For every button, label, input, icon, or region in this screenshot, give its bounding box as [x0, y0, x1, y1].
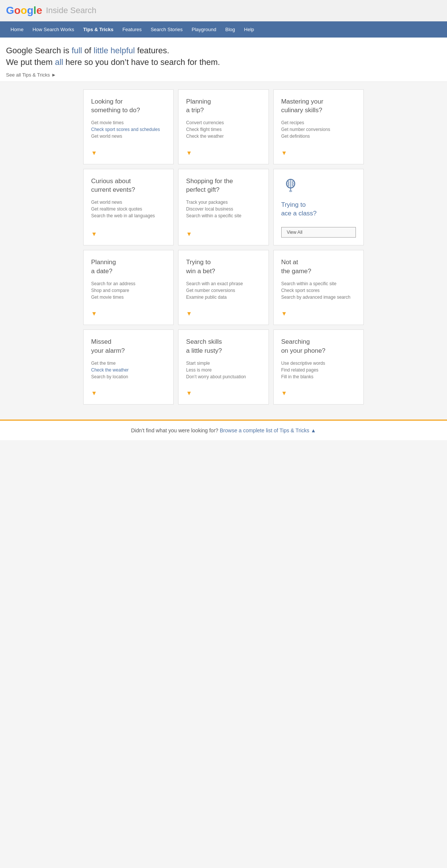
card-searching-phone[interactable]: Searchingon your phone?Use descriptive w…: [273, 329, 364, 405]
card-links: Get world newsGet realtime stock quotesS…: [91, 200, 166, 226]
card-link[interactable]: Get movie times: [91, 295, 166, 300]
card-link[interactable]: Check the weather: [91, 367, 166, 373]
card-link[interactable]: Fill in the blanks: [281, 374, 356, 379]
card-expand-arrow[interactable]: ▼: [186, 390, 261, 397]
card-link[interactable]: Search the web in all languages: [91, 213, 166, 218]
card-win-bet[interactable]: Trying towin a bet?Search with an exact …: [178, 250, 268, 325]
card-link[interactable]: Check the weather: [186, 134, 261, 139]
card-link[interactable]: Examine public data: [186, 295, 261, 300]
card-links: Get recipesGet number conversionsGet def…: [281, 120, 356, 145]
card-links: Track your packagesDiscover local busine…: [186, 200, 261, 226]
card-link[interactable]: Use descriptive words: [281, 361, 356, 366]
card-expand-arrow[interactable]: ▼: [91, 150, 166, 156]
card-links: Get movie timesCheck sport scores and sc…: [91, 120, 166, 145]
card-link[interactable]: Check sport scores: [281, 288, 356, 293]
card-title: Curious aboutcurrent events?: [91, 177, 166, 195]
card-expand-arrow[interactable]: ▼: [281, 150, 356, 156]
card-planning-date[interactable]: Planninga date?Search for an addressShop…: [83, 250, 174, 325]
card-link[interactable]: Search within a specific site: [281, 281, 356, 286]
card-current-events[interactable]: Curious aboutcurrent events?Get world ne…: [83, 169, 174, 246]
card-link[interactable]: Shop and compare: [91, 288, 166, 293]
nav-features[interactable]: Features: [118, 21, 146, 38]
footer-bar: Didn’t find what you were looking for? B…: [0, 420, 447, 440]
brain-icon: [281, 177, 356, 197]
footer-link[interactable]: Browse a complete list of Tips & Tricks …: [220, 427, 316, 433]
card-title: Search skillsa little rusty?: [186, 337, 261, 355]
card-title: Searchingon your phone?: [281, 337, 356, 355]
card-title: Missedyour alarm?: [91, 337, 166, 355]
card-title: Looking forsomething to do?: [91, 97, 166, 115]
card-title: Planninga trip?: [186, 97, 261, 115]
nav-playground[interactable]: Playground: [187, 21, 221, 38]
card-link[interactable]: Less is more: [186, 367, 261, 373]
card-link[interactable]: Search by location: [91, 374, 166, 379]
card-links: Start simpleLess is moreDon’t worry abou…: [186, 361, 261, 385]
svg-point-4: [289, 190, 292, 192]
card-links: Use descriptive wordsFind related pagesF…: [281, 361, 356, 385]
footer-text: Didn’t find what you were looking for?: [131, 427, 218, 433]
card-perfect-gift[interactable]: Shopping for theperfect gift?Track your …: [178, 169, 268, 246]
card-not-at-game[interactable]: Not atthe game?Search within a specific …: [273, 250, 364, 325]
card-expand-arrow[interactable]: ▼: [91, 310, 166, 317]
card-planning-trip[interactable]: Planninga trip?Convert currenciesCheck f…: [178, 89, 268, 164]
card-link[interactable]: Get definitions: [281, 134, 356, 139]
card-expand-arrow[interactable]: ▼: [186, 150, 261, 156]
card-link[interactable]: Check sport scores and schedules: [91, 127, 166, 132]
card-link[interactable]: Get realtime stock quotes: [91, 206, 166, 212]
view-all-button[interactable]: View All: [281, 227, 356, 238]
nav-how-search-works[interactable]: How Search Works: [28, 21, 79, 38]
card-link[interactable]: Track your packages: [186, 200, 261, 205]
card-link[interactable]: Search within a specific site: [186, 213, 261, 218]
card-search-skills[interactable]: Search skillsa little rusty?Start simple…: [178, 329, 268, 405]
cards-grid: Looking forsomething to do?Get movie tim…: [77, 82, 370, 412]
card-link[interactable]: Search with an exact phrase: [186, 281, 261, 286]
card-link[interactable]: Search for an address: [91, 281, 166, 286]
card-expand-arrow[interactable]: ▼: [281, 310, 356, 317]
footer-content: Didn’t find what you were looking for? B…: [0, 421, 447, 440]
card-expand-arrow[interactable]: ▼: [281, 390, 356, 397]
card-missed-alarm[interactable]: Missedyour alarm?Get the timeCheck the w…: [83, 329, 174, 405]
see-all-link[interactable]: See all Tips & Tricks ►: [6, 72, 56, 78]
card-link[interactable]: Get movie times: [91, 120, 166, 125]
card-link[interactable]: Get number conversions: [186, 288, 261, 293]
card-link[interactable]: Get number conversions: [281, 127, 356, 132]
card-title: Shopping for theperfect gift?: [186, 177, 261, 195]
card-link[interactable]: Get recipes: [281, 120, 356, 125]
nav-tips-tricks[interactable]: Tips & Tricks: [79, 21, 118, 38]
nav-help[interactable]: Help: [240, 21, 259, 38]
nav-home[interactable]: Home: [6, 21, 28, 38]
card-links: Search for an addressShop and compareGet…: [91, 281, 166, 306]
card-ace-class[interactable]: Trying toace a class?View All: [273, 169, 364, 246]
card-title: Not atthe game?: [281, 258, 356, 276]
card-expand-arrow[interactable]: ▼: [91, 231, 166, 238]
card-links: Convert currenciesCheck flight timesChec…: [186, 120, 261, 145]
card-title: Trying towin a bet?: [186, 258, 261, 276]
card-link[interactable]: Get world news: [91, 200, 166, 205]
card-culinary[interactable]: Mastering yourculinary skills?Get recipe…: [273, 89, 364, 164]
card-title: Mastering yourculinary skills?: [281, 97, 356, 115]
inside-search-title: Inside Search: [46, 6, 96, 15]
google-logo: Google: [6, 5, 42, 17]
header: Google Inside Search: [0, 0, 447, 21]
card-link[interactable]: Get world news: [91, 134, 166, 139]
card-link[interactable]: Discover local business: [186, 206, 261, 212]
nav-search-stories[interactable]: Search Stories: [146, 21, 187, 38]
card-title: Trying toace a class?: [281, 200, 356, 218]
card-link[interactable]: Convert currencies: [186, 120, 261, 125]
card-link[interactable]: Search by advanced image search: [281, 295, 356, 300]
card-links: Search with an exact phraseGet number co…: [186, 281, 261, 306]
card-expand-arrow[interactable]: ▼: [186, 231, 261, 238]
card-link[interactable]: Get the time: [91, 361, 166, 366]
card-links: Search within a specific siteCheck sport…: [281, 281, 356, 306]
nav: Home How Search Works Tips & Tricks Feat…: [0, 21, 447, 38]
card-links: Get the timeCheck the weatherSearch by l…: [91, 361, 166, 385]
card-link[interactable]: Start simple: [186, 361, 261, 366]
card-something-to-do[interactable]: Looking forsomething to do?Get movie tim…: [83, 89, 174, 164]
card-expand-arrow[interactable]: ▼: [186, 310, 261, 317]
card-link[interactable]: Don’t worry about punctuation: [186, 374, 261, 379]
card-expand-arrow[interactable]: ▼: [91, 390, 166, 397]
card-title: Planninga date?: [91, 258, 166, 276]
card-link[interactable]: Find related pages: [281, 367, 356, 373]
card-link[interactable]: Check flight times: [186, 127, 261, 132]
nav-blog[interactable]: Blog: [221, 21, 240, 38]
